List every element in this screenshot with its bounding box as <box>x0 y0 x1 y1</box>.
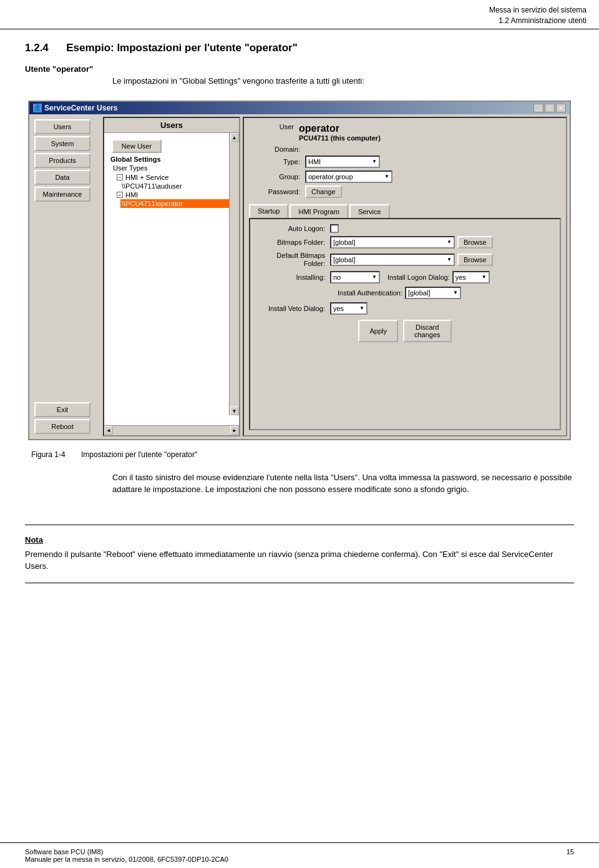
install-auth-dropdown[interactable]: [global] ▼ <box>405 287 461 299</box>
browse-default-btn[interactable]: Browse <box>457 254 493 266</box>
sidebar-btn-products[interactable]: Products <box>34 153 90 168</box>
install-veto-value: yes <box>333 305 344 312</box>
section-title: Esempio: Impostazioni per l'utente "oper… <box>66 42 298 54</box>
tab-startup[interactable]: Startup <box>249 204 288 218</box>
footer-manual: Manuale per la messa in servizio, 01/200… <box>25 856 228 863</box>
installing-label: Installing: <box>255 274 330 281</box>
tree-item-auduser[interactable]: \\PCU4711\auduser <box>120 182 235 190</box>
install-veto-row: Install Veto Dialog: yes ▼ <box>255 302 555 315</box>
figure-caption-text: Impostazioni per l'utente "operator" <box>81 450 197 459</box>
installing-row: Installing: no ▼ Install Logon Dialog: y… <box>255 271 555 284</box>
scroll-right-arrow[interactable]: ► <box>230 426 239 435</box>
install-logon-dropdown[interactable]: yes ▼ <box>452 271 490 284</box>
change-password-btn[interactable]: Change <box>305 185 342 198</box>
install-auth-value: [global] <box>408 289 430 297</box>
installing-dropdown[interactable]: no ▼ <box>330 271 380 284</box>
discard-btn[interactable]: Discardchanges <box>403 320 452 342</box>
tree-item-operator[interactable]: \\PCU4711\operator <box>120 199 235 208</box>
install-auth-row: Install Authentication: [global] ▼ <box>255 287 555 299</box>
sidebar-btn-data[interactable]: Data <box>34 170 90 185</box>
bitmaps-folder-label: Bitmaps Folder: <box>255 239 330 246</box>
dropdown-arrow-icon: ▼ <box>447 239 452 245</box>
horiz-scrollbar: ◄ ► <box>104 425 239 435</box>
close-btn[interactable]: × <box>556 104 566 112</box>
expander-icon[interactable]: − <box>117 192 123 198</box>
footer-left: Software base PCU (IM8) Manuale per la m… <box>25 848 228 863</box>
new-user-btn[interactable]: New User <box>112 139 162 153</box>
user-value: operator <box>299 123 381 134</box>
install-veto-dropdown[interactable]: yes ▼ <box>330 302 368 315</box>
header-line2: 1.2 Amministrazione utenti <box>12 16 587 26</box>
intro-description: Le impostazioni in "Global Settings" ven… <box>112 76 574 86</box>
default-bitmaps-dropdown[interactable]: [global] ▼ <box>330 254 455 266</box>
bitmaps-folder-row: Bitmaps Folder: [global] ▼ Browse <box>255 236 555 249</box>
titlebar-left: 👤 ServiceCenter Users <box>33 104 117 112</box>
scroll-up-arrow[interactable]: ▲ <box>230 133 239 142</box>
sidebar-btn-system[interactable]: System <box>34 136 90 151</box>
users-panel: Users ▲ ▼ New User Global Settings User … <box>103 117 240 436</box>
divider <box>25 525 574 525</box>
domain-value: PCU4711 (this computer) <box>299 134 381 142</box>
scroll-track-v <box>230 142 239 407</box>
expander-icon[interactable]: − <box>117 174 123 180</box>
apply-btn[interactable]: Apply <box>358 320 398 342</box>
sidebar-btn-maintenance[interactable]: Maintenance <box>34 187 90 202</box>
sidebar-btn-users[interactable]: Users <box>34 119 90 134</box>
reboot-btn[interactable]: Reboot <box>34 419 90 434</box>
bitmaps-folder-dropdown[interactable]: [global] ▼ <box>330 236 455 249</box>
password-label: Password: <box>249 188 305 195</box>
install-veto-label: Install Veto Dialog: <box>255 305 330 312</box>
tree-label: HMI <box>125 191 138 199</box>
app-sidebar: Users System Products Data Maintenance E… <box>32 117 100 436</box>
bottom-divider <box>25 583 574 583</box>
type-label: Type: <box>249 158 305 165</box>
install-logon-label: Install Logon Dialog: <box>387 274 450 281</box>
installing-value: no <box>333 274 341 281</box>
header-line1: Messa in servizio del sistema <box>12 5 587 16</box>
install-auth-label: Install Authentication: <box>338 289 402 297</box>
auto-logon-label: Auto Logon: <box>255 225 330 232</box>
auto-logon-row: Auto Logon: <box>255 224 555 233</box>
maximize-btn[interactable]: □ <box>545 104 555 112</box>
users-panel-header: Users <box>104 118 239 133</box>
default-bitmaps-label: Default BitmapsFolder: <box>255 252 330 268</box>
tree-item-hmi[interactable]: − HMI <box>115 190 235 199</box>
exit-btn[interactable]: Exit <box>34 402 90 417</box>
figure-caption: Figura 1-4 Impostazioni per l'utente "op… <box>31 450 574 459</box>
figure-label: Figura 1-4 <box>31 450 69 459</box>
tree-label: \\PCU4711\auduser <box>122 182 182 190</box>
tab-content: Auto Logon: Bitmaps Folder: [global] ▼ B… <box>249 218 561 430</box>
minimize-btn[interactable]: _ <box>533 104 543 112</box>
window-controls[interactable]: _ □ × <box>533 104 566 112</box>
global-settings-label: Global Settings <box>110 155 235 163</box>
domain-row: Domain: <box>249 145 561 153</box>
footer-software: Software base PCU (IM8) <box>25 848 228 856</box>
group-dropdown[interactable]: operator.group ▼ <box>305 170 392 183</box>
user-types-label: User Types <box>113 164 235 172</box>
user-tree: Global Settings User Types − HMI + Servi… <box>110 155 235 208</box>
type-dropdown[interactable]: HMI ▼ <box>305 155 380 168</box>
bitmaps-folder-value: [global] <box>333 239 355 246</box>
group-row: Group: operator.group ▼ <box>249 170 561 183</box>
scroll-left-arrow[interactable]: ◄ <box>104 426 113 435</box>
auto-logon-checkbox[interactable] <box>330 224 339 233</box>
install-logon-value: yes <box>455 274 466 281</box>
action-buttons: Apply Discardchanges <box>255 320 555 342</box>
page-number: 15 <box>567 848 574 863</box>
tab-service[interactable]: Service <box>349 204 390 218</box>
domain-label: Domain: <box>249 145 305 153</box>
window-title: ServiceCenter Users <box>44 104 117 112</box>
group-value: operator.group <box>308 173 353 180</box>
note-text: Premendo il pulsante "Reboot" viene effe… <box>25 548 574 573</box>
dropdown-arrow-icon: ▼ <box>384 174 389 179</box>
scroll-down-arrow[interactable]: ▼ <box>230 407 239 415</box>
page-footer: Software base PCU (IM8) Manuale per la m… <box>0 842 599 868</box>
window-body: Users System Products Data Maintenance E… <box>29 114 570 439</box>
default-bitmaps-value: [global] <box>333 256 355 264</box>
tab-hmi-program[interactable]: HMI Program <box>290 204 348 218</box>
default-bitmaps-row: Default BitmapsFolder: [global] ▼ Browse <box>255 252 555 268</box>
section-number: 1.2.4 <box>25 42 49 54</box>
browse-bitmaps-btn[interactable]: Browse <box>457 236 493 249</box>
user-label: Utente "operator" <box>25 64 574 74</box>
tree-item-hmi-service[interactable]: − HMI + Service <box>115 173 235 182</box>
